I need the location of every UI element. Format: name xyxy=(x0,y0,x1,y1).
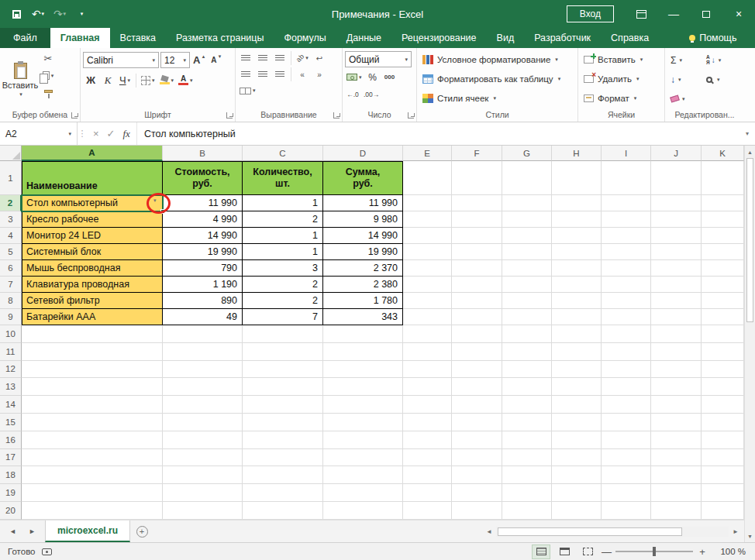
cell-B10[interactable] xyxy=(163,325,243,343)
cell-E13[interactable] xyxy=(403,378,452,396)
cell-F7[interactable] xyxy=(452,277,502,293)
cell-B5[interactable]: 19 990 xyxy=(163,244,243,260)
cell-K10[interactable] xyxy=(702,325,744,343)
cell-A18[interactable] xyxy=(22,466,163,484)
cell-D12[interactable] xyxy=(323,361,403,379)
row-header-9[interactable]: 9 xyxy=(0,309,22,325)
cell-H6[interactable] xyxy=(552,260,602,277)
cell-J4[interactable] xyxy=(651,228,702,244)
cell-A4[interactable]: Монитор 24 LED xyxy=(22,228,163,244)
cell-H11[interactable] xyxy=(552,343,602,361)
cell-D7[interactable]: 2 380 xyxy=(323,277,403,293)
cell-G13[interactable] xyxy=(502,378,552,396)
comma-style-button[interactable]: 000 xyxy=(382,69,398,85)
cell-I20[interactable] xyxy=(602,502,651,520)
underline-button[interactable]: Ч▾ xyxy=(117,72,133,88)
cell-A14[interactable] xyxy=(22,396,163,414)
cell-J2[interactable] xyxy=(651,195,702,211)
cell-C18[interactable] xyxy=(243,466,323,484)
cell-K12[interactable] xyxy=(702,361,744,379)
cell-C11[interactable] xyxy=(243,343,323,361)
cell-J16[interactable] xyxy=(651,431,702,449)
ribbon-display-options-button[interactable] xyxy=(625,0,657,28)
cell-D5[interactable]: 19 990 xyxy=(323,244,403,260)
row-header-10[interactable]: 10 xyxy=(0,325,22,343)
cell-H12[interactable] xyxy=(552,361,602,379)
cell-G9[interactable] xyxy=(502,309,552,325)
close-button[interactable]: × xyxy=(722,0,755,28)
cell-D18[interactable] xyxy=(323,466,403,484)
cell-A6[interactable]: Мышь беспроводная xyxy=(22,260,163,277)
cell-B2[interactable]: 11 990 xyxy=(163,195,243,211)
cell-A8[interactable]: Сетевой фильтр xyxy=(22,293,163,309)
row-header-15[interactable]: 15 xyxy=(0,414,22,431)
cell-K20[interactable] xyxy=(702,502,744,520)
cell-I4[interactable] xyxy=(602,228,651,244)
ribbon-tab-page-layout[interactable]: Разметка страницы xyxy=(166,28,274,48)
cell-E7[interactable] xyxy=(403,277,452,293)
cell-H4[interactable] xyxy=(552,228,602,244)
cell-K19[interactable] xyxy=(702,484,744,502)
cell-C17[interactable] xyxy=(243,449,323,467)
cell-I13[interactable] xyxy=(602,378,651,396)
cell-E19[interactable] xyxy=(403,484,452,502)
cell-G5[interactable] xyxy=(502,244,552,260)
cut-button[interactable]: ✂ xyxy=(40,50,56,67)
row-header-12[interactable]: 12 xyxy=(0,361,22,379)
cell-K13[interactable] xyxy=(702,378,744,396)
cell-C4[interactable]: 1 xyxy=(243,228,323,244)
cell-D6[interactable]: 2 370 xyxy=(323,260,403,277)
qat-customize-button[interactable]: ▾ xyxy=(71,4,91,24)
cell-D17[interactable] xyxy=(323,449,403,467)
cell-I7[interactable] xyxy=(602,277,651,293)
cell-F12[interactable] xyxy=(452,361,502,379)
macro-record-icon[interactable] xyxy=(42,548,52,555)
cell-D20[interactable] xyxy=(323,502,403,520)
fill-color-button[interactable]: ▾ xyxy=(158,72,176,88)
paste-button[interactable]: Вставить ▾ xyxy=(2,50,38,109)
cell-J5[interactable] xyxy=(651,244,702,260)
cell-G14[interactable] xyxy=(502,396,552,414)
cell-J18[interactable] xyxy=(651,466,702,484)
cell-C13[interactable] xyxy=(243,378,323,396)
clipboard-dialog-launcher-icon[interactable] xyxy=(71,112,78,119)
cell-B20[interactable] xyxy=(163,502,243,520)
cell-F3[interactable] xyxy=(452,211,502,228)
cell-E16[interactable] xyxy=(403,431,452,449)
cell-C14[interactable] xyxy=(243,396,323,414)
cell-C8[interactable]: 2 xyxy=(243,293,323,309)
cell-D15[interactable] xyxy=(323,414,403,431)
cell-A13[interactable] xyxy=(22,378,163,396)
cell-C19[interactable] xyxy=(243,484,323,502)
cell-G17[interactable] xyxy=(502,449,552,467)
cell-A19[interactable] xyxy=(22,484,163,502)
font-size-select[interactable]: 12▾ xyxy=(160,52,190,68)
row-header-3[interactable]: 3 xyxy=(0,211,22,228)
decrease-indent-button[interactable]: « xyxy=(295,67,310,83)
cell-H10[interactable] xyxy=(552,325,602,343)
cell-K1[interactable] xyxy=(702,161,744,195)
cell-B14[interactable] xyxy=(163,396,243,414)
align-left-button[interactable] xyxy=(238,67,253,83)
cell-H16[interactable] xyxy=(552,431,602,449)
cell-I16[interactable] xyxy=(602,431,651,449)
horizontal-scroll-thumb[interactable] xyxy=(498,527,682,536)
cell-J11[interactable] xyxy=(651,343,702,361)
font-name-select[interactable]: Calibri▾ xyxy=(83,52,159,68)
increase-decimal-button[interactable]: ←.0 xyxy=(345,86,360,102)
cell-I9[interactable] xyxy=(602,309,651,325)
ribbon-tab-view[interactable]: Вид xyxy=(487,28,525,48)
cell-A2[interactable]: Стол компьютерный xyxy=(22,195,163,211)
cell-F11[interactable] xyxy=(452,343,502,361)
cell-E18[interactable] xyxy=(403,466,452,484)
column-header-B[interactable]: B xyxy=(163,146,243,161)
cell-G10[interactable] xyxy=(502,325,552,343)
vertical-scroll-thumb[interactable] xyxy=(746,158,753,322)
font-dialog-launcher-icon[interactable] xyxy=(226,112,233,119)
cell-D10[interactable] xyxy=(323,325,403,343)
cell-C2[interactable]: 1 xyxy=(243,195,323,211)
cell-G20[interactable] xyxy=(502,502,552,520)
cell-C10[interactable] xyxy=(243,325,323,343)
cell-F17[interactable] xyxy=(452,449,502,467)
cell-F5[interactable] xyxy=(452,244,502,260)
